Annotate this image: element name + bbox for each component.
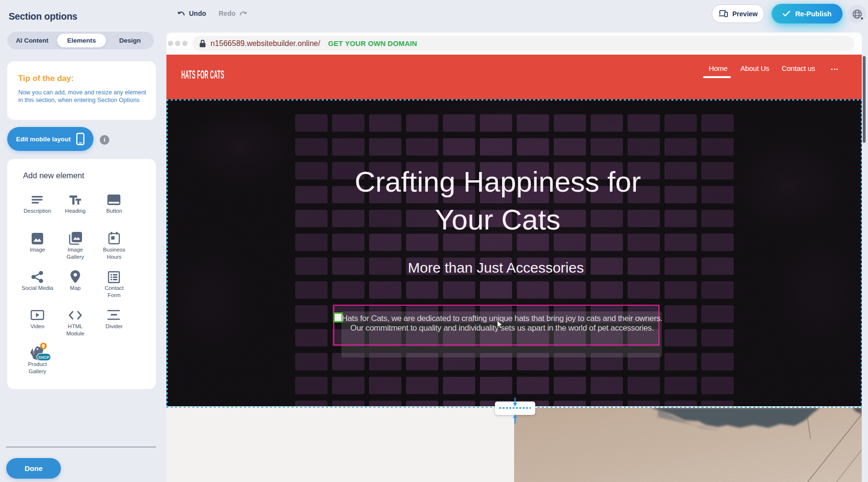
svg-text:SHOP: SHOP — [38, 356, 50, 360]
